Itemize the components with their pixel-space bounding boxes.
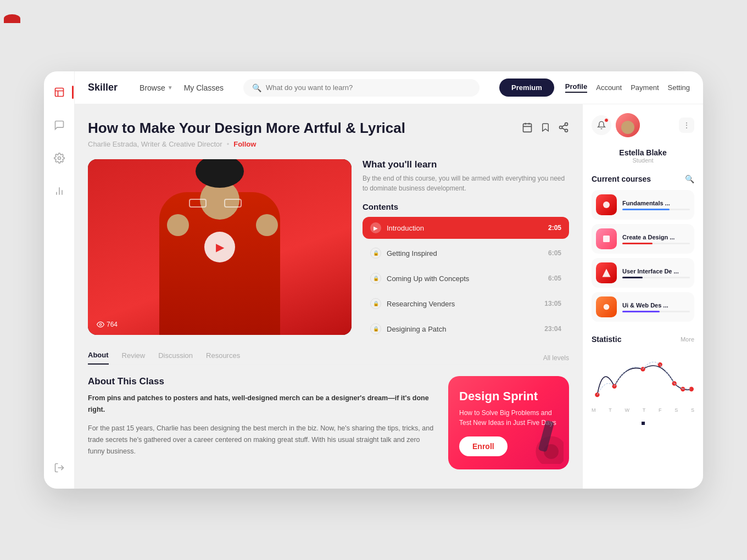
navbar-right-links: Profile Account Payment Setting (565, 82, 690, 93)
main-content: How to Make Your Design More Artful & Ly… (75, 104, 582, 489)
learn-desc: By the end of this course, you will be a… (363, 173, 569, 193)
about-para2: For the past 15 years, Charlie has been … (88, 423, 437, 458)
tab-review[interactable]: Review (122, 351, 146, 364)
course-card-fundamentals[interactable]: Fundamentals ... (592, 190, 694, 220)
tab-discussion[interactable]: Discussion (158, 351, 193, 364)
course-thumb-fundamentals (596, 194, 617, 215)
course-name-user-interface: User Interface De ... (622, 268, 690, 275)
sidebar-icon-chart[interactable] (49, 181, 69, 201)
courses-search-icon[interactable]: 🔍 (685, 175, 694, 183)
tab-about[interactable]: About (88, 351, 109, 365)
chart-labels: M T W T F S S (592, 407, 694, 413)
content-item-introduction[interactable]: ▶ Introduction 2:05 (363, 217, 569, 239)
nav-setting-link[interactable]: Setting (668, 83, 690, 92)
svg-point-17 (99, 323, 102, 326)
course-name-create-design: Create a Design ... (622, 234, 690, 240)
svg-point-3 (58, 157, 60, 160)
course-tabs: About Review Discussion Resources All le… (88, 351, 569, 365)
statistic-title: Statistic (592, 335, 621, 344)
current-courses-title: Current courses (592, 175, 651, 183)
sprint-title: Design Sprint (459, 389, 558, 404)
statistic-section: Statistic More (592, 335, 694, 427)
svg-point-24 (604, 304, 610, 310)
svg-line-15 (562, 128, 565, 130)
content-item-getting-inspired[interactable]: 🔒 Getting Inspired 6:05 (363, 242, 569, 264)
learn-title: What you'll learn (363, 159, 569, 170)
navbar: Skiller Browse ▼ My Classes 🔍 Premium Pr… (75, 71, 703, 104)
nav-my-classes[interactable]: My Classes (184, 83, 224, 92)
notification-dot (604, 118, 609, 122)
nav-account-link[interactable]: Account (596, 83, 622, 92)
nav-payment-link[interactable]: Payment (631, 83, 659, 92)
svg-point-30 (681, 387, 685, 391)
premium-button[interactable]: Premium (499, 79, 554, 97)
svg-line-16 (562, 125, 565, 126)
right-sidebar: ⋮ Estella Blake Student Current courses … (582, 104, 703, 489)
course-thumb-ui-web (596, 296, 617, 317)
statistic-more[interactable]: More (681, 336, 694, 343)
calendar-icon[interactable] (522, 122, 533, 136)
svg-point-13 (560, 126, 562, 129)
video-player[interactable]: ▶ 764 (88, 159, 352, 335)
current-courses-header: Current courses 🔍 (592, 175, 694, 183)
more-options-button[interactable]: ⋮ (679, 117, 694, 133)
course-title: How to Make Your Design More Artful & Ly… (88, 120, 405, 137)
course-thumb-user-interface (596, 262, 617, 283)
left-sidebar (44, 71, 75, 489)
content-item-designing[interactable]: 🔒 Desigining a Patch 23:04 (363, 318, 569, 340)
bookmark-icon[interactable] (540, 122, 550, 136)
search-icon: 🔍 (252, 83, 261, 92)
svg-point-12 (565, 123, 568, 126)
contents-panel: What you'll learn By the end of this cou… (363, 159, 569, 340)
about-para1: From pins and patches to posters and hat… (88, 393, 437, 416)
sidebar-icon-settings[interactable] (49, 148, 69, 168)
user-avatar (616, 113, 640, 137)
course-thumb-create-design (596, 228, 617, 249)
about-title: About This Class (88, 376, 437, 387)
svg-rect-8 (523, 124, 532, 132)
svg-point-14 (565, 129, 568, 132)
nav-profile-link[interactable]: Profile (565, 82, 587, 93)
svg-marker-23 (603, 269, 611, 277)
course-author: Charlie Estrada, Writer & Creative Direc… (88, 140, 405, 148)
content-list: ▶ Introduction 2:05 🔒 Getting Inspired (363, 217, 569, 340)
content-item-coming-up[interactable]: 🔒 Coming Up with Concepts 6:05 (363, 267, 569, 289)
sidebar-icon-book[interactable] (49, 82, 69, 102)
course-card-user-interface[interactable]: User Interface De ... (592, 258, 694, 288)
contents-title: Contents (363, 202, 569, 211)
search-bar[interactable]: 🔍 (243, 79, 480, 97)
enroll-button[interactable]: Enroll (459, 436, 508, 456)
user-role: Student (592, 157, 694, 164)
user-name: Estella Blake (592, 148, 694, 157)
video-views: 764 (97, 321, 118, 328)
course-name-ui-web: Ui & Web Des ... (622, 302, 690, 309)
course-card-ui-web[interactable]: Ui & Web Des ... (592, 292, 694, 322)
svg-point-21 (603, 201, 610, 208)
statistic-chart (592, 350, 694, 405)
share-icon[interactable] (558, 122, 569, 136)
brand-name: Skiller (88, 82, 118, 93)
content-item-researching[interactable]: 🔒 Researching Venders 13:05 (363, 293, 569, 315)
follow-link[interactable]: Follow (233, 140, 256, 148)
sprint-card: Design Sprint How to Solve Big Problems … (448, 376, 569, 469)
svg-rect-22 (603, 236, 610, 242)
sidebar-icon-logout[interactable] (49, 458, 69, 478)
about-section: About This Class From pins and patches t… (88, 376, 437, 475)
tab-resources[interactable]: Resources (206, 351, 240, 364)
course-level: All levels (543, 354, 569, 362)
course-name-fundamentals: Fundamentals ... (622, 200, 690, 206)
nav-browse[interactable]: Browse ▼ (140, 83, 173, 92)
sidebar-icon-chat[interactable] (49, 115, 69, 135)
user-section: ⋮ (592, 113, 694, 137)
search-input[interactable] (266, 83, 471, 92)
svg-rect-0 (55, 88, 63, 97)
notification-button[interactable] (592, 115, 611, 135)
play-button[interactable]: ▶ (204, 232, 235, 262)
course-card-create-design[interactable]: Create a Design ... (592, 224, 694, 254)
user-info: Estella Blake Student (592, 148, 694, 164)
